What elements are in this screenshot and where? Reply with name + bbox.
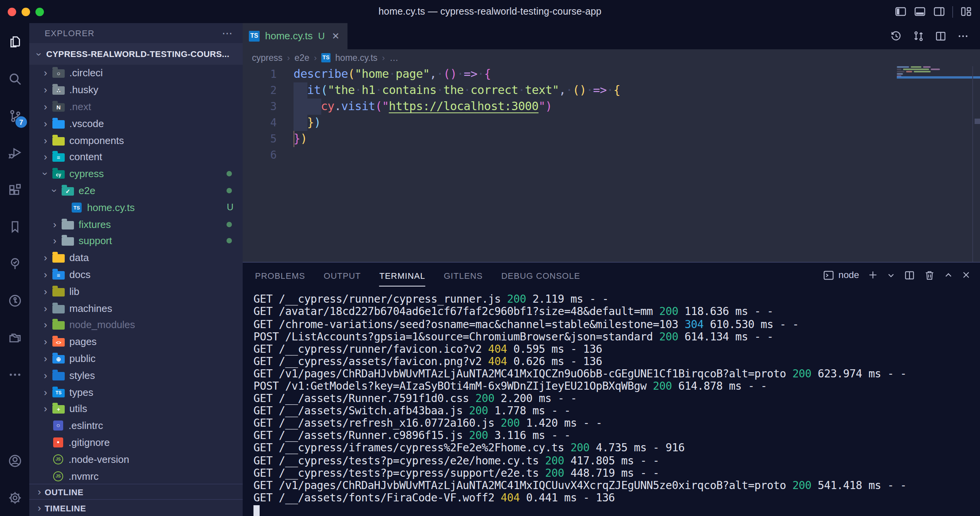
folder-overlay-glyph: + [52,405,65,414]
tree-item-vscode[interactable]: ›.vscode [29,115,243,132]
breadcrumb-item[interactable]: … [389,53,398,62]
tree-item-styles[interactable]: ›styles [29,367,243,384]
minimize-window-button[interactable] [22,8,30,16]
tree-item-pages[interactable]: ›<>pages [29,333,243,350]
gitlens-icon[interactable] [0,282,29,319]
code-line[interactable]: 4··}) [243,115,980,131]
workspace-root-item[interactable]: › CYPRESS-REALWORLD-TESTING-COURS... [29,43,243,65]
minimap[interactable] [897,66,971,78]
breadcrumb-item[interactable]: e2e [295,53,309,62]
customize-layout-icon[interactable] [960,5,972,18]
tree-item-home-cy-ts[interactable]: TShome.cy.tsU [29,199,243,216]
close-panel-icon[interactable] [962,271,971,280]
tree-item-support[interactable]: ›support [29,233,243,250]
git-file-icon: • [53,437,63,447]
http-status: 200 [545,454,564,466]
terminal-line: GET /v1/pages/ChRDaHJvbWUvMTAzLjAuNTA2MC… [253,367,980,380]
tree-item-nvmrc[interactable]: JS.nvmrc [29,467,243,484]
chevron-right-icon: › [40,101,51,112]
close-icon[interactable]: ✕ [332,31,339,42]
panel-tab-debug-console[interactable]: DEBUG CONSOLE [501,265,580,286]
run-and-debug-icon[interactable] [0,134,29,171]
editor-group: TS home.cy.ts U ✕ cypress›e2e›TShome.cy.… [243,23,980,516]
line-number: 3 [243,99,277,115]
more-actions-icon[interactable] [957,30,969,42]
code-line[interactable]: 2··it("the·h1·contains·the·correct·text"… [243,82,980,99]
search-icon[interactable] [0,60,29,97]
tree-item-label: .husky [69,84,98,95]
toggle-secondary-sidebar-icon[interactable] [933,5,945,18]
http-status: 200 [507,293,526,305]
tree-item-label: .gitignore [69,437,110,448]
shell-selector[interactable]: node [823,270,859,281]
panel-tab-gitlens[interactable]: GITLENS [444,265,483,286]
breadcrumb[interactable]: cypress›e2e›TShome.cy.ts›… [243,49,980,66]
tree-item-public[interactable]: ›⊕public [29,350,243,367]
scrollbar-thumb[interactable] [975,119,980,124]
panel-tab-terminal[interactable]: TERMINAL [379,264,425,286]
tab-home-cy-ts[interactable]: TS home.cy.ts U ✕ [243,23,347,49]
new-terminal-icon[interactable] [868,270,878,281]
code-editor[interactable]: 1describe("home·page",·()·=>·{2··it("the… [243,66,980,262]
split-terminal-icon[interactable] [904,270,915,281]
tree-item-node-version[interactable]: JS.node-version [29,451,243,468]
testing-tree-icon[interactable] [0,245,29,282]
timeline-section[interactable]: › TIMELINE [29,499,243,516]
code-line[interactable]: 5}) [243,131,980,147]
extensions-icon[interactable] [0,171,29,208]
modified-dot-badge [227,221,232,227]
tree-item-label: node_modules [69,319,135,331]
additional-views-icon[interactable] [0,356,29,393]
bookmarks-icon[interactable] [0,208,29,245]
breadcrumb-item[interactable]: cypress [252,53,282,62]
panel-tab-output[interactable]: OUTPUT [324,265,361,286]
tree-item-lib[interactable]: ›lib [29,283,243,300]
tree-item-gitignore[interactable]: •.gitignore [29,434,243,451]
terminal-output[interactable]: GET /__cypress/runner/cypress_runner.js … [243,288,980,516]
file-tree: ›○.circleci›∴.husky›N.next›.vscode›compo… [29,65,243,485]
tree-item-circleci[interactable]: ›○.circleci [29,65,243,82]
code-line[interactable]: 6 [243,147,980,163]
tree-item-content[interactable]: ›≡content [29,149,243,166]
tree-item-cypress[interactable]: ›cycypress [29,166,243,183]
breadcrumb-item[interactable]: home.cy.ts [335,53,378,62]
tree-item-eslintrc[interactable]: ○.eslintrc [29,417,243,434]
tree-item-components[interactable]: ›components [29,132,243,149]
tree-item-utils[interactable]: ›+utils [29,400,243,417]
editor-scrollbar[interactable] [972,66,980,263]
tab-modified-badge: U [318,31,325,42]
views-and-more-actions-icon[interactable]: ⋯ [222,27,233,39]
titlebar: home.cy.ts — cypress-realworld-testing-c… [0,0,980,23]
tree-item-machines[interactable]: ›machines [29,300,243,317]
zoom-window-button[interactable] [35,8,44,16]
tree-item-next[interactable]: ›N.next [29,98,243,115]
split-editor-icon[interactable] [935,30,947,42]
timeline-history-icon[interactable] [890,30,902,42]
toggle-panel-icon[interactable] [914,5,926,18]
code-line[interactable]: 1describe("home·page",·()·=>·{ [243,66,980,82]
compare-changes-icon[interactable] [912,30,925,42]
outline-section[interactable]: › OUTLINE [29,484,243,499]
http-status: 200 [659,330,678,342]
launch-profile-chevron-icon[interactable] [887,271,895,280]
close-window-button[interactable] [8,8,16,16]
kill-terminal-trash-icon[interactable] [924,270,935,281]
project-manager-icon[interactable] [0,319,29,356]
folder-icon [52,120,65,129]
manage-gear-icon[interactable] [0,479,29,516]
tree-item-e2e[interactable]: ›✓e2e [29,182,243,199]
tree-item-node-modules[interactable]: ›node_modules [29,317,243,333]
tree-item-husky[interactable]: ›∴.husky [29,82,243,99]
accounts-icon[interactable] [0,442,29,479]
code-line[interactable]: 3····cy.visit("https://localhost:3000") [243,99,980,115]
tree-item-fixtures[interactable]: ›fixtures [29,216,243,233]
tree-item-label: .node-version [69,453,129,465]
panel-tab-problems[interactable]: PROBLEMS [255,265,305,286]
source-control-icon[interactable]: 7 [0,97,29,134]
tree-item-docs[interactable]: ›≡docs [29,266,243,283]
tree-item-types[interactable]: ›TStypes [29,384,243,400]
maximize-panel-chevron-icon[interactable] [944,271,953,280]
toggle-primary-sidebar-icon[interactable] [894,5,907,18]
explorer-icon[interactable] [0,23,29,60]
tree-item-data[interactable]: ›data [29,250,243,266]
